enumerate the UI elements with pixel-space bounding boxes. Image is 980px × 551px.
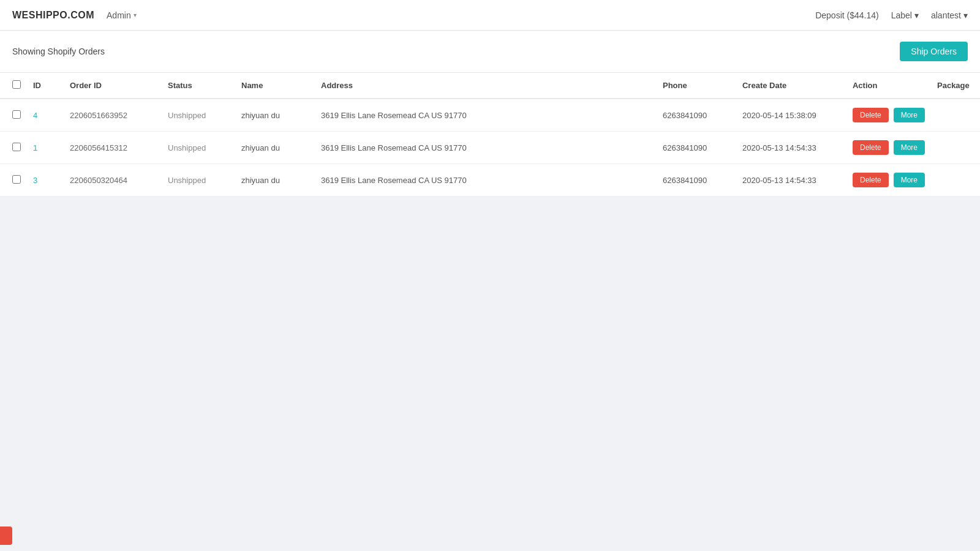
select-all-checkbox[interactable]: [12, 80, 21, 89]
row-id: 4: [27, 99, 64, 132]
label-arrow-icon: ▾: [914, 10, 919, 20]
ship-orders-button[interactable]: Ship Orders: [900, 42, 968, 61]
navbar: WESHIPPO.COM Admin ▾ Deposit ($44.14) La…: [0, 0, 980, 31]
header-order-id: Order ID: [64, 73, 162, 99]
label-dropdown[interactable]: Label ▾: [891, 10, 919, 20]
row-address: 3619 Ellis Lane Rosemead CA US 91770: [315, 132, 657, 164]
row-id: 3: [27, 164, 64, 197]
row-order-id: 2206051663952: [64, 99, 162, 132]
header-name: Name: [235, 73, 315, 99]
action-buttons: Delete More: [853, 140, 925, 155]
deposit-link[interactable]: Deposit ($44.14): [815, 10, 879, 20]
table-row: 3 2206050320464 Unshipped zhiyuan du 361…: [0, 164, 980, 197]
row-status: Unshipped: [162, 164, 235, 197]
row-package: [931, 132, 980, 164]
showing-orders-label: Showing Shopify Orders: [12, 47, 105, 56]
row-address: 3619 Ellis Lane Rosemead CA US 91770: [315, 164, 657, 197]
row-checkbox-cell: [0, 132, 27, 164]
row-checkbox-cell: [0, 99, 27, 132]
row-name: zhiyuan du: [235, 99, 315, 132]
header-status: Status: [162, 73, 235, 99]
delete-button[interactable]: Delete: [853, 108, 889, 122]
table-header: ID Order ID Status Name Address Phone Cr…: [0, 73, 980, 99]
row-address: 3619 Ellis Lane Rosemead CA US 91770: [315, 99, 657, 132]
delete-button[interactable]: Delete: [853, 173, 889, 187]
row-checkbox-cell: [0, 164, 27, 197]
row-status: Unshipped: [162, 99, 235, 132]
status-badge: Unshipped: [168, 143, 206, 152]
more-button[interactable]: More: [894, 108, 925, 122]
row-checkbox-2[interactable]: [12, 175, 21, 184]
row-create-date: 2020-05-13 14:54:33: [736, 164, 846, 197]
navbar-left: WESHIPPO.COM Admin ▾: [12, 10, 137, 21]
orders-table-container: ID Order ID Status Name Address Phone Cr…: [0, 73, 980, 197]
table-row: 4 2206051663952 Unshipped zhiyuan du 361…: [0, 99, 980, 132]
header-create-date: Create Date: [736, 73, 846, 99]
header-checkbox-cell: [0, 73, 27, 99]
orders-table: ID Order ID Status Name Address Phone Cr…: [0, 73, 980, 197]
admin-dropdown[interactable]: Admin ▾: [107, 10, 137, 20]
row-package: [931, 99, 980, 132]
row-phone: 6263841090: [657, 164, 736, 197]
row-name: zhiyuan du: [235, 164, 315, 197]
status-badge: Unshipped: [168, 111, 206, 120]
row-name: zhiyuan du: [235, 132, 315, 164]
action-buttons: Delete More: [853, 108, 925, 122]
user-arrow-icon: ▾: [963, 10, 968, 20]
more-button[interactable]: More: [894, 173, 925, 187]
more-button[interactable]: More: [894, 140, 925, 155]
delete-button[interactable]: Delete: [853, 140, 889, 155]
header-phone: Phone: [657, 73, 736, 99]
row-order-id: 2206056415312: [64, 132, 162, 164]
row-checkbox-1[interactable]: [12, 143, 21, 151]
row-create-date: 2020-05-13 14:54:33: [736, 132, 846, 164]
row-package: [931, 164, 980, 197]
header-action: Action: [846, 73, 931, 99]
table-row: 1 2206056415312 Unshipped zhiyuan du 361…: [0, 132, 980, 164]
top-bar: Showing Shopify Orders Ship Orders: [0, 31, 980, 73]
row-phone: 6263841090: [657, 99, 736, 132]
status-badge: Unshipped: [168, 176, 206, 185]
header-id: ID: [27, 73, 64, 99]
navbar-right: Deposit ($44.14) Label ▾ alantest ▾: [815, 10, 968, 20]
user-dropdown[interactable]: alantest ▾: [931, 10, 968, 20]
user-label: alantest: [931, 10, 961, 20]
row-action: Delete More: [846, 99, 931, 132]
row-status: Unshipped: [162, 132, 235, 164]
row-action: Delete More: [846, 132, 931, 164]
admin-label: Admin: [107, 10, 131, 20]
row-action: Delete More: [846, 164, 931, 197]
label-text: Label: [891, 10, 912, 20]
row-create-date: 2020-05-14 15:38:09: [736, 99, 846, 132]
header-package: Package: [931, 73, 980, 99]
action-buttons: Delete More: [853, 173, 925, 187]
brand-logo: WESHIPPO.COM: [12, 10, 94, 21]
table-body: 4 2206051663952 Unshipped zhiyuan du 361…: [0, 99, 980, 197]
header-address: Address: [315, 73, 657, 99]
row-id: 1: [27, 132, 64, 164]
row-phone: 6263841090: [657, 132, 736, 164]
admin-arrow-icon: ▾: [134, 12, 137, 18]
row-order-id: 2206050320464: [64, 164, 162, 197]
row-checkbox-0[interactable]: [12, 110, 21, 119]
